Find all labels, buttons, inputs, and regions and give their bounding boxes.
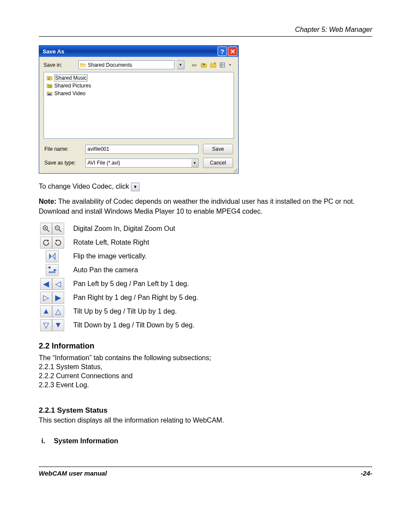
tilt-up-5-icon[interactable]: ▲ <box>40 305 52 317</box>
dialog-title: Save As <box>43 48 64 55</box>
svg-marker-21 <box>55 240 57 242</box>
views-icon[interactable] <box>219 61 227 69</box>
icon-desc: Flip the image vertically. <box>73 252 146 260</box>
svg-line-14 <box>47 230 49 232</box>
rotate-left-icon[interactable] <box>40 236 52 249</box>
svg-rect-9 <box>48 85 51 87</box>
save-button[interactable]: Save <box>203 144 233 154</box>
chapter-header: Chapter 5: Web Manager <box>39 26 372 37</box>
icon-desc: Digital Zoom In, Digital Zoom Out <box>73 225 175 233</box>
svg-marker-23 <box>53 253 55 259</box>
save-as-type-label: Save as type: <box>44 160 81 166</box>
svg-marker-24 <box>47 266 50 269</box>
save-as-dialog: Save As ? ✕ Save in: Shared Documents ▼ … <box>39 45 239 174</box>
views-chevron-down-icon[interactable]: ▾ <box>228 61 232 69</box>
icon-desc: Tilt Down by 1 deg / Tilt Down by 5 deg. <box>73 321 194 329</box>
svg-point-10 <box>49 86 50 87</box>
pan-left-1-icon[interactable]: ◁ <box>52 278 64 290</box>
section-2-2-1-heading: 2.2.1 System Status <box>39 406 372 415</box>
file-item-label: Shared Pictures <box>54 83 91 89</box>
system-info-title: System Information <box>54 437 118 445</box>
note-body: The availability of Codec depends on wea… <box>39 198 355 215</box>
svg-marker-20 <box>47 240 49 242</box>
titlebar: Save As ? ✕ <box>39 46 238 57</box>
zoom-out-icon[interactable] <box>52 223 64 235</box>
folder-video-icon <box>47 90 53 96</box>
section-2-2-list: 2.2.1 System Status, 2.2.2 Current Conne… <box>39 363 372 389</box>
dropdown-button-icon[interactable]: ▼ <box>131 183 140 191</box>
rotate-right-icon[interactable] <box>52 236 64 249</box>
auto-pan-icon[interactable]: Auto <box>46 264 59 276</box>
svg-rect-4 <box>220 62 225 67</box>
note-label: Note: <box>39 198 56 205</box>
list-line: 2.2.1 System Status, <box>39 363 372 371</box>
icon-desc: Pan Left by 5 deg / Pan Left by 1 deg. <box>73 280 189 288</box>
flip-vertical-icon[interactable] <box>46 250 59 262</box>
close-icon[interactable]: ✕ <box>228 47 237 56</box>
file-name-input[interactable]: avifile001 <box>85 145 199 154</box>
icon-desc: Tilt Up by 5 deg / Tilt Up by 1 deg. <box>73 308 177 315</box>
save-in-label: Save in: <box>44 62 76 68</box>
pan-left-5-icon[interactable]: ◀ <box>40 278 52 290</box>
folder-open-icon <box>80 62 86 68</box>
file-name-label: File name: <box>44 146 81 152</box>
cancel-button[interactable]: Cancel <box>203 158 233 168</box>
pan-right-1-icon[interactable]: ▷ <box>40 292 52 304</box>
section-2-2-heading: 2.2 Information <box>39 342 372 351</box>
icon-desc: Pan Right by 1 deg / Pan Right by 5 deg. <box>73 294 198 302</box>
list-line: 2.2.3 Event Log. <box>39 381 372 389</box>
help-icon[interactable]: ? <box>218 47 227 56</box>
folder-pictures-icon <box>47 83 53 89</box>
svg-line-18 <box>59 230 61 232</box>
up-folder-icon[interactable] <box>200 61 208 69</box>
icon-desc: Rotate Left, Rotate Right <box>73 239 149 246</box>
resize-grip-icon[interactable] <box>232 167 237 172</box>
list-item[interactable]: Shared Video <box>46 90 232 97</box>
tilt-down-1-icon[interactable]: ▽ <box>40 319 52 331</box>
folder-music-icon <box>47 75 53 81</box>
file-item-label: Shared Music <box>54 75 87 81</box>
codec-instruction: To change Video Codec, click ▼ <box>39 181 372 191</box>
tilt-down-5-icon[interactable]: ▼ <box>52 319 64 331</box>
pan-right-5-icon[interactable]: ▶ <box>52 292 64 304</box>
roman-numeral: i. <box>41 437 45 445</box>
save-in-dropdown[interactable]: Shared Documents <box>78 60 174 69</box>
system-info-heading: i. System Information <box>41 437 372 445</box>
list-item[interactable]: Shared Music <box>46 74 232 82</box>
file-name-value: avifile001 <box>87 146 109 152</box>
footer-right: -24- <box>361 470 372 477</box>
list-item[interactable]: Shared Pictures <box>46 82 232 90</box>
svg-rect-12 <box>48 93 51 93</box>
footer-left: WebCAM user manual <box>39 470 107 477</box>
note-paragraph: Note: The availability of Codec depends … <box>39 196 372 216</box>
tilt-up-1-icon[interactable]: △ <box>52 305 64 317</box>
icon-desc: Auto Pan the camera <box>73 266 138 274</box>
chevron-down-icon[interactable]: ▼ <box>177 60 184 69</box>
new-folder-icon[interactable] <box>209 61 217 69</box>
svg-marker-22 <box>49 253 52 259</box>
save-as-type-dropdown[interactable]: AVI File (*.avi) ▼ <box>85 159 199 168</box>
save-in-value: Shared Documents <box>88 62 132 68</box>
save-as-type-value: AVI File (*.avi) <box>87 160 120 166</box>
chevron-down-icon[interactable]: ▼ <box>191 159 199 168</box>
section-2-2-1-body: This section displays all the informatio… <box>39 417 372 424</box>
section-2-2-intro: The “Information” tab contains the follo… <box>39 354 372 362</box>
icon-legend-table: Digital Zoom In, Digital Zoom Out Rotate… <box>39 223 372 331</box>
back-icon[interactable]: ⇦ <box>190 61 198 69</box>
file-item-label: Shared Video <box>54 90 86 96</box>
zoom-in-icon[interactable] <box>40 223 52 235</box>
file-list[interactable]: Shared Music Shared Pictures Shared Vide… <box>44 72 234 139</box>
list-line: 2.2.2 Current Connections and <box>39 372 372 380</box>
codec-line-text: To change Video Codec, click <box>39 183 131 190</box>
